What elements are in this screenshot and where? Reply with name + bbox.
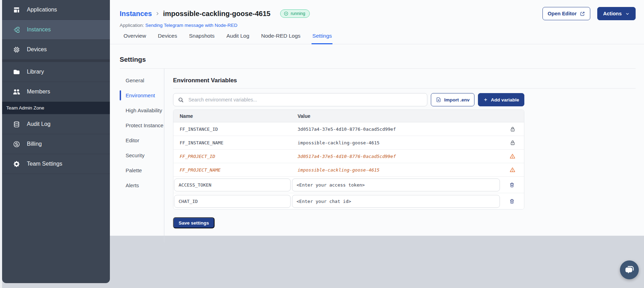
env-var-value: 3d0517a4-37e5-4d10-8776-0acad5cd99ef: [298, 127, 501, 132]
table-row: FF_INSTANCE_ID 3d0517a4-37e5-4d10-8776-0…: [173, 122, 524, 136]
search-icon: [178, 97, 184, 103]
main-content: Instances impossible-cackling-goose-4615…: [110, 0, 644, 236]
chip-icon: [13, 46, 20, 53]
users-icon: [13, 88, 20, 96]
env-var-value-input[interactable]: [292, 179, 500, 191]
chat-bubbles-icon: [624, 265, 635, 275]
application-label: Application:: [120, 23, 144, 28]
subnav-security[interactable]: Security: [120, 152, 164, 159]
tab-overview[interactable]: Overview: [123, 33, 147, 44]
warning-icon: [501, 167, 524, 173]
gear-icon: [13, 160, 20, 168]
instance-name: impossible-cackling-goose-4615: [163, 10, 270, 18]
settings-page-title: Settings: [120, 56, 636, 69]
actions-button[interactable]: Actions: [597, 7, 636, 20]
chat-widget-button[interactable]: [620, 260, 639, 279]
currency-dollar-icon: [13, 141, 20, 148]
env-var-name: FF_PROJECT_NAME: [173, 167, 298, 173]
lock-icon: [501, 126, 524, 132]
subnav-environment[interactable]: Environment: [120, 92, 164, 99]
save-settings-button[interactable]: Save settings: [173, 217, 215, 228]
instance-tabs: Overview Devices Snapshots Audit Log Nod…: [110, 28, 644, 44]
env-var-name: FF_PROJECT_ID: [173, 154, 298, 159]
breadcrumb-separator-icon: [155, 11, 160, 16]
sidebar-item-label: Billing: [27, 141, 42, 147]
applications-icon: [13, 6, 20, 14]
delete-variable-button[interactable]: [500, 198, 524, 204]
tab-audit-log[interactable]: Audit Log: [226, 33, 250, 44]
sidebar-item-team-settings[interactable]: Team Settings: [2, 154, 110, 174]
table-header: Name Value: [173, 110, 524, 122]
subnav-palette[interactable]: Palette: [120, 167, 164, 174]
delete-variable-button[interactable]: [500, 182, 524, 188]
tab-snapshots[interactable]: Snapshots: [188, 33, 215, 44]
sidebar-item-label: Applications: [27, 7, 57, 13]
database-icon: [13, 121, 20, 128]
environment-panel: Environment Variables: [164, 69, 636, 242]
sidebar-item-label: Members: [27, 89, 50, 95]
env-var-value: 3d0517a4-37e5-4d10-8776-0acad5cd99ef: [298, 154, 501, 159]
add-variable-button[interactable]: Add variable: [478, 93, 524, 106]
lock-icon: [501, 140, 524, 146]
play-circle-icon: [284, 11, 289, 16]
table-row: FF_PROJECT_NAME impossible-cackling-goos…: [173, 163, 524, 177]
sidebar-item-audit-log[interactable]: Audit Log: [2, 114, 110, 134]
env-var-name-input[interactable]: [174, 179, 291, 191]
search-input[interactable]: [188, 97, 422, 103]
sidebar: Applications Instances Devices: [2, 0, 110, 283]
sidebar-divider: [2, 60, 110, 62]
breadcrumb-instances-link[interactable]: Instances: [120, 10, 152, 18]
chevron-down-icon: [625, 12, 630, 16]
settings-subnav: General Environment High Availability Pr…: [120, 69, 164, 242]
warning-icon: [501, 153, 524, 159]
sidebar-item-label: Audit Log: [27, 121, 51, 127]
team-admin-zone-label: Team Admin Zone: [2, 102, 110, 114]
sidebar-item-devices[interactable]: Devices: [2, 40, 110, 60]
subnav-high-availability[interactable]: High Availability: [120, 107, 164, 114]
open-editor-button[interactable]: Open Editor: [542, 7, 590, 20]
env-var-name: FF_INSTANCE_ID: [173, 127, 298, 132]
tab-settings[interactable]: Settings: [312, 33, 332, 44]
status-badge: running: [280, 9, 310, 18]
tab-node-red-logs[interactable]: Node-RED Logs: [261, 33, 301, 44]
table-row: FF_PROJECT_ID 3d0517a4-37e5-4d10-8776-0a…: [173, 150, 524, 163]
document-download-icon: [436, 97, 441, 103]
env-var-name-input[interactable]: [174, 195, 291, 208]
env-var-name: FF_INSTANCE_NAME: [173, 140, 298, 145]
sidebar-item-library[interactable]: Library: [2, 62, 110, 82]
sidebar-item-label: Library: [27, 69, 44, 75]
sidebar-item-label: Team Settings: [27, 161, 62, 167]
search-box: [173, 93, 427, 106]
status-badge-label: running: [291, 11, 305, 16]
subnav-alerts[interactable]: Alerts: [120, 182, 164, 189]
folder-icon: [13, 68, 20, 76]
table-row: [173, 177, 524, 193]
instance-header: Instances impossible-cackling-goose-4615…: [110, 0, 644, 28]
subnav-protect-instance[interactable]: Protect Instance: [120, 122, 164, 129]
application-link[interactable]: Sending Telegram message with Node-RED: [145, 23, 238, 28]
plus-icon: [483, 97, 488, 102]
sidebar-item-applications[interactable]: Applications: [2, 0, 110, 20]
subnav-general[interactable]: General: [120, 77, 164, 84]
import-env-button[interactable]: Import .env: [431, 93, 474, 106]
env-var-value: impossible-cackling-goose-4615: [298, 167, 501, 173]
env-var-value: impossible-cackling-goose-4615: [298, 140, 501, 145]
column-header-value: Value: [298, 113, 501, 119]
subnav-editor[interactable]: Editor: [120, 137, 164, 144]
table-row: FF_INSTANCE_NAME impossible-cackling-goo…: [173, 136, 524, 150]
section-title: Environment Variables: [173, 77, 636, 89]
env-variables-table: Name Value FF_INSTANCE_ID 3d0517a4-37e5-…: [173, 109, 524, 210]
instances-icon: [13, 26, 20, 33]
sidebar-item-label: Instances: [27, 26, 51, 33]
sidebar-item-instances[interactable]: Instances: [2, 20, 110, 40]
external-link-icon: [580, 11, 585, 16]
sidebar-item-label: Devices: [27, 46, 47, 53]
column-header-name: Name: [173, 113, 298, 119]
sidebar-item-billing[interactable]: Billing: [2, 134, 110, 154]
sidebar-item-members[interactable]: Members: [2, 82, 110, 102]
env-var-value-input[interactable]: [292, 195, 500, 208]
tab-devices[interactable]: Devices: [157, 33, 178, 44]
table-row: [173, 193, 524, 209]
